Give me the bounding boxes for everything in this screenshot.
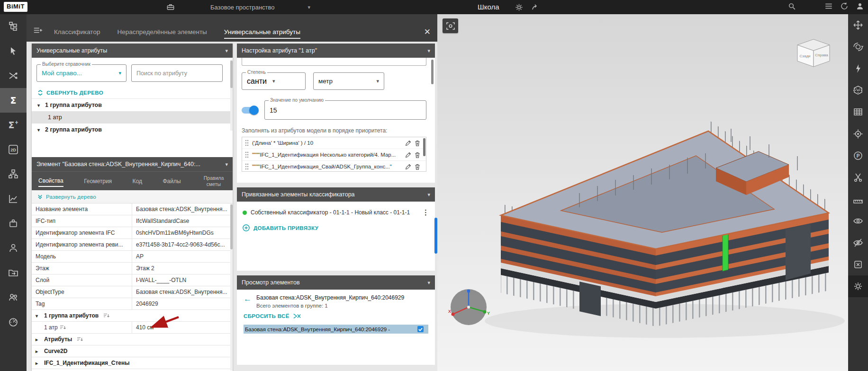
settings-icon[interactable] [848,275,868,297]
delete-icon[interactable] [415,140,420,146]
default-value-toggle[interactable] [242,107,258,114]
viewport-3d[interactable]: Сзади Справа X Y [437,14,848,371]
delete-icon[interactable] [415,164,420,170]
relations-icon[interactable] [0,63,27,88]
tab-estimate-rules[interactable]: Правила сметы [201,173,226,188]
tab-code[interactable]: Код [133,176,142,186]
flash-icon[interactable] [848,58,868,80]
view-cube[interactable]: Сзади Справа [793,36,834,69]
grid-icon[interactable] [848,101,868,123]
select-icon[interactable] [0,39,27,63]
clear-filter-icon[interactable] [293,313,301,319]
screenshot-button[interactable] [443,18,458,33]
attr-group-row[interactable]: ▸ IFC_1_Идентификация_Стены [32,357,233,369]
attribute-search-input[interactable] [131,64,223,82]
menu-list-icon[interactable] [824,2,833,12]
clear-selection-icon[interactable] [848,254,868,275]
attr-item-value[interactable]: 410 см [132,322,233,333]
settings-scrollbar[interactable] [431,60,434,178]
attribute-name-input[interactable] [242,58,426,66]
analytics-icon[interactable] [0,186,27,211]
attributes-icon[interactable]: Σ [0,88,27,113]
attr-group-row[interactable]: ▸ Атрибуты [32,334,233,345]
axis-gizmo[interactable]: X Y [446,284,491,330]
tree-item-1-atr[interactable]: 1 атр [32,111,233,124]
gear-icon[interactable] [514,2,524,12]
clip-scissors-icon[interactable] [848,167,868,188]
reference-select[interactable]: Выберите справочник Мой справо... ▾ [36,64,127,82]
model-tree-icon[interactable] [0,14,27,39]
section-box-icon[interactable] [848,80,868,101]
sync-icon[interactable] [840,2,849,12]
collapse-panel-icon[interactable] [33,26,43,36]
tree-group-1[interactable]: ▾ 1 группа атрибутов [32,99,233,111]
selected-element-row[interactable]: Базовая стена:ADSK_Внутренняя_Кирпич_640… [244,325,428,334]
list-item[interactable]: ('Длина' * 'Ширина' ) / 10 [242,137,426,149]
unit-select[interactable]: метр ▾ [313,72,384,90]
export-icon[interactable] [0,260,27,285]
user-icon[interactable] [856,2,864,12]
focus-icon[interactable] [848,123,868,145]
tree-group-2[interactable]: ▾ 2 группа атрибутов [32,124,233,136]
view-2d-icon[interactable]: 2D [0,137,27,162]
edit-icon[interactable] [405,140,411,146]
attribute-add-icon[interactable]: Σ+ [0,113,27,137]
degree-select[interactable]: Степень санти ▾ [242,72,306,90]
eye-icon[interactable] [848,210,868,232]
edit-icon[interactable] [405,164,411,170]
element-view-header[interactable]: Просмотр элементов ▾ [237,275,435,290]
collapse-tree-link[interactable]: СВЕРНУТЬ ДЕРЕВО [46,90,103,96]
orbit-icon[interactable] [848,36,868,58]
checkbox-checked-icon[interactable] [417,326,424,332]
list-item[interactable]: """"IFC_1_Идентификация Несколько катего… [242,149,426,161]
attr-group-row[interactable]: ▸ Curve2D [32,345,233,357]
tab-geometry[interactable]: Геометрия [84,176,112,186]
search-icon[interactable] [788,2,796,12]
drag-handle-icon[interactable] [245,151,249,158]
list-item[interactable]: """"IFC_1_Идентификация_Свай/ADSK_Группа… [242,161,426,172]
table-scrollbar[interactable] [230,203,233,371]
sort-icon[interactable] [103,313,109,318]
linked-classifier-row[interactable]: Собственный классификатор - 01-1-1 - Нов… [243,208,429,217]
eye-off-icon[interactable] [848,232,868,254]
attr-item-row[interactable]: 1 атр 410 см [32,322,233,334]
add-binding-link[interactable]: ДОБАВИТЬ ПРИВЯЗКУ [253,225,318,231]
tab-properties[interactable]: Свойства [38,176,63,187]
tab-undistributed-elements[interactable]: Нераспределённые элементы [117,28,207,39]
plan-view-icon[interactable]: P [848,145,868,167]
dashboard-icon[interactable] [0,309,27,334]
tab-classifier[interactable]: Классификатор [54,28,100,39]
back-arrow-icon[interactable]: ← [244,295,252,309]
kebab-menu-icon[interactable]: ⋮ [422,208,429,217]
sort-icon[interactable] [77,337,83,342]
expand-tree-link[interactable]: Развернуть дерево [46,194,96,200]
panel-scrollbar[interactable] [434,218,437,254]
building-model[interactable] [437,14,848,371]
plugins-icon[interactable] [0,211,27,236]
element-header[interactable]: Элемент "Базовая стена:ADSK_Внутренняя_К… [32,157,233,171]
settings-header[interactable]: Настройка атрибута "1 атр" ▾ [237,44,435,58]
cube-face-back-label[interactable]: Сзади [799,54,810,58]
tab-universal-attributes[interactable]: Универсальные атрибуты [224,28,300,39]
attributes-column-header[interactable]: Универсальные атрибуты ▾ [32,44,233,58]
team-icon[interactable] [0,285,27,309]
plus-circle-icon[interactable] [243,224,250,231]
measure-icon[interactable] [848,188,868,210]
drag-handle-icon[interactable] [245,140,249,146]
linked-elements-header[interactable]: Привязанные элементы классификатора ▾ [237,187,435,202]
structure-icon[interactable] [0,162,27,186]
space-selector[interactable]: Базовое пространство ▾ [210,0,310,14]
pan-icon[interactable] [848,14,868,36]
priority-list-scrollbar[interactable] [423,138,425,156]
briefcase-icon[interactable] [166,2,175,12]
reset-all-link[interactable]: СБРОСИТЬ ВСЁ [244,313,289,319]
default-value-field[interactable]: Значение по умолчанию 15 [264,100,426,120]
sort-icon[interactable] [60,325,66,330]
close-icon[interactable]: ✕ [424,27,431,39]
delete-icon[interactable] [415,152,420,158]
tab-files[interactable]: Файлы [163,176,181,186]
drag-handle-icon[interactable] [245,163,249,170]
cube-face-right-label[interactable]: Справа [815,53,828,57]
tree-scrollbar[interactable] [230,60,233,131]
share-icon[interactable] [531,2,540,12]
